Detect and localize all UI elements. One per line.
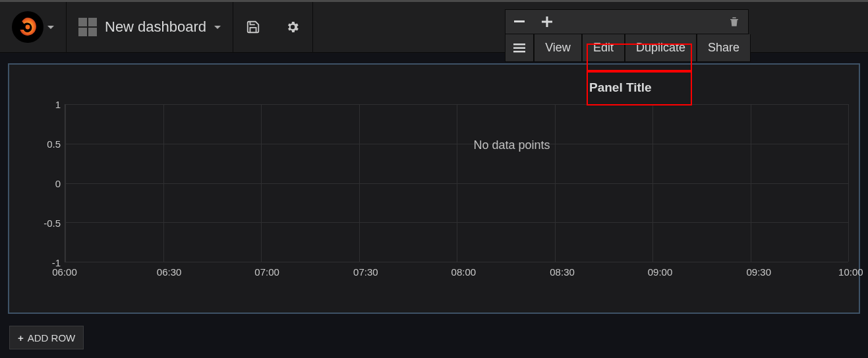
graph-panel[interactable]: Panel Title 1 0.5 0 -0.5 -1 06:00 0 (8, 63, 860, 314)
settings-button[interactable] (273, 2, 312, 52)
x-tick: 08:30 (550, 266, 575, 278)
add-row-button[interactable]: + ADD ROW (9, 326, 84, 349)
save-button[interactable] (233, 2, 273, 52)
svg-rect-4 (513, 44, 525, 45)
x-tick: 07:00 (254, 266, 279, 278)
trash-icon (729, 16, 739, 28)
panel-duplicate-tab[interactable]: Duplicate (625, 34, 697, 62)
x-tick: 10:00 (838, 266, 863, 278)
x-tick: 06:00 (52, 266, 77, 278)
y-tick: 0 (28, 178, 61, 189)
panel-share-label: Share (708, 41, 739, 55)
delete-row-button[interactable] (720, 10, 748, 34)
dashboard-caret-icon (214, 26, 221, 29)
plus-icon (542, 16, 552, 27)
x-tick: 09:00 (648, 266, 673, 278)
svg-rect-1 (514, 20, 525, 22)
panel-share-tab[interactable]: Share (697, 34, 751, 62)
app-menu-caret-icon (47, 26, 54, 29)
grafana-logo (12, 11, 43, 43)
minus-icon (514, 20, 525, 23)
svg-point-0 (26, 25, 30, 30)
x-tick: 07:30 (353, 266, 378, 278)
plot-area[interactable] (65, 104, 848, 262)
save-icon (246, 20, 260, 34)
chart-area: 1 0.5 0 -0.5 -1 06:00 06:30 07:00 07:30 … (16, 70, 852, 313)
panel-actions: View Edit Duplicate Share (505, 34, 751, 62)
panel-duplicate-label: Duplicate (636, 41, 685, 55)
x-tick: 06:30 (157, 266, 182, 278)
no-data-message: No data points (474, 138, 550, 152)
row-collapse-button[interactable] (506, 10, 533, 34)
panel-menu-button[interactable] (505, 34, 534, 62)
y-tick: -0.5 (28, 218, 61, 229)
y-tick: 0.5 (28, 138, 61, 150)
gear-icon (285, 20, 300, 34)
panel-view-tab[interactable]: View (534, 34, 582, 62)
hamburger-icon (513, 44, 525, 53)
panel-row-controls (505, 9, 749, 34)
svg-rect-5 (513, 47, 525, 49)
x-tick: 08:00 (451, 266, 477, 278)
svg-rect-3 (542, 21, 552, 23)
add-row-label: ADD ROW (28, 332, 76, 343)
svg-rect-6 (513, 51, 525, 53)
app-menu[interactable] (0, 2, 67, 52)
panel-view-label: View (545, 41, 571, 55)
grafana-logo-icon (16, 16, 39, 38)
panel-edit-label: Edit (593, 41, 614, 55)
dashboard-name: New dashboard (105, 18, 206, 36)
panel-edit-tab[interactable]: Edit (582, 34, 625, 62)
dashboard-icon (78, 18, 97, 36)
panel-menu: View Edit Duplicate Share (505, 9, 751, 62)
y-tick: 1 (28, 99, 61, 110)
plus-icon: + (18, 332, 24, 343)
add-panel-button[interactable] (533, 10, 561, 34)
x-tick: 09:30 (746, 266, 771, 278)
dashboard-picker[interactable]: New dashboard (67, 2, 233, 52)
